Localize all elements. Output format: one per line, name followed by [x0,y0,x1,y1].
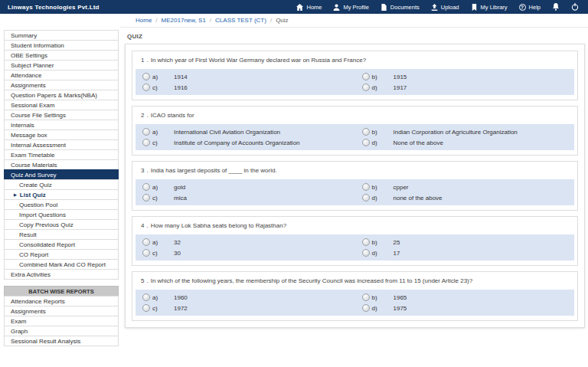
option-radio[interactable] [362,194,370,202]
option-radio[interactable] [362,249,370,257]
option-letter: b) [372,239,383,246]
option-radio[interactable] [362,183,370,191]
breadcrumb-class-test[interactable]: CLASS TEST (CT) [215,17,266,24]
sidebar-item-student-information[interactable]: Student Information [4,40,119,51]
answer-option[interactable]: d) None of the above [355,137,575,148]
answer-option[interactable]: d) 17 [355,247,575,258]
option-radio[interactable] [142,304,150,312]
sidebar-item-obe-settings[interactable]: OBE Settings [4,50,119,61]
sidebar-item-internals[interactable]: Internals [4,120,119,130]
sidebar-item-exam[interactable]: Exam [4,316,119,326]
sidebar-item-assignments[interactable]: Assignments [4,80,119,90]
sidebar-item-result[interactable]: Result [4,229,119,240]
answer-option[interactable]: b) 25 [355,237,575,247]
question-number-separator: . [146,167,148,174]
sidebar-item-label: BATCH WISE REPORTS [28,288,93,295]
sidebar-item-quiz-and-survey[interactable]: Quiz And Survey [4,169,119,180]
answer-option[interactable]: b) 1915 [355,71,575,82]
option-radio[interactable] [362,84,370,91]
option-letter: c) [152,139,163,146]
sidebar-item-label: Internal Assessment [11,142,66,149]
answer-option[interactable]: a) 1914 [136,71,355,82]
option-radio[interactable] [362,304,370,312]
option-text: 25 [394,239,400,246]
sidebar-item-course-file-settings[interactable]: Course File Settings [4,110,119,120]
option-text: International Civil Aviation Organizatio… [174,129,280,136]
sidebar-item-question-papers-marks-nba[interactable]: Question Papers & Marks(NBA) [4,90,119,100]
sidebar-item-graph[interactable]: Graph [4,326,119,336]
option-text: gold [174,184,185,191]
sidebar-item-combined-mark-and-co-report[interactable]: Combined Mark And CO Report [4,259,119,270]
option-radio[interactable] [362,238,370,246]
answer-option[interactable]: a) 32 [136,237,355,247]
option-radio[interactable] [142,194,150,202]
answer-option[interactable]: b) cpper [355,182,575,192]
answer-option[interactable]: a) 1960 [136,292,355,303]
sidebar-item-copy-previous-quiz[interactable]: Copy Previous Quiz [4,219,119,230]
breadcrumb-course[interactable]: ME2017new, S1 [162,17,206,24]
profile-icon [333,4,340,11]
nav-upload[interactable]: Upload [431,4,459,11]
sidebar-item-list-quiz[interactable]: ▶List Quiz [4,189,119,200]
sidebar-item-question-pool[interactable]: Question Pool [4,199,119,210]
option-text: mica [174,195,187,202]
logout-button[interactable] [571,3,579,11]
option-radio[interactable] [362,128,370,136]
sidebar-item-label: Course Materials [11,162,57,169]
option-radio[interactable] [142,238,150,246]
answer-option[interactable]: d) 1917 [355,82,575,93]
sidebar-item-internal-assessment[interactable]: Internal Assessment [4,139,119,150]
option-letter: b) [372,184,383,191]
nav-home[interactable]: Home [296,4,322,11]
sidebar-item-assignments[interactable]: Assignments [4,306,119,316]
notifications-button[interactable] [552,3,560,11]
option-radio[interactable] [142,128,150,136]
option-radio[interactable] [142,293,150,301]
sidebar-item-message-box[interactable]: Message box [4,129,119,140]
answer-option[interactable]: c) Institute of Company of Accounts Orga… [136,137,355,148]
sidebar-item-co-report[interactable]: CO Report [4,249,119,260]
sidebar-item-course-materials[interactable]: Course Materials [4,159,119,170]
nav-my-library[interactable]: My Library [471,4,508,11]
answer-option[interactable]: d) none of the above [355,192,575,203]
option-text: 1960 [174,294,188,301]
sidebar-item-subject-planner[interactable]: Subject Planner [4,60,119,70]
sidebar-item-create-quiz[interactable]: Create Quiz [4,179,119,190]
sidebar-item-exam-timetable[interactable]: Exam Timetable [4,149,119,160]
sidebar-item-sessional-exam[interactable]: Sessional Exam [4,100,119,110]
option-radio[interactable] [142,73,150,80]
option-text: none of the above [394,195,443,202]
question-line: 2.ICAO stands for [141,112,574,119]
sidebar-item-consolidated-report[interactable]: Consolidated Report [4,239,119,250]
option-radio[interactable] [142,183,150,191]
option-text: None of the above [394,139,443,146]
sidebar-item-attendance[interactable]: Attendance [4,70,119,80]
sidebar-item-import-questions[interactable]: Import Questions [4,209,119,220]
answer-option[interactable]: c) 1972 [136,303,355,313]
option-radio[interactable] [362,293,370,301]
option-radio[interactable] [362,139,370,146]
question-number: 2 [141,112,144,119]
answer-option[interactable]: a) gold [136,182,355,192]
answer-option[interactable]: c) 1916 [136,82,355,93]
sidebar-item-attendance-reports[interactable]: Attendance Reports [4,296,119,306]
nav-help[interactable]: ? Help [519,4,541,11]
nav-my-profile[interactable]: My Profile [333,4,368,11]
sidebar-item-sessional-result-analysis[interactable]: Sessional Result Analysis [4,336,119,346]
option-text: 1917 [394,84,407,91]
option-radio[interactable] [142,139,150,146]
answer-option[interactable]: c) 30 [136,247,355,258]
answer-option[interactable]: a) International Civil Aviation Organiza… [136,126,355,137]
answer-option[interactable]: b) Indian Corporation of Agriculture Org… [355,126,575,137]
answer-option[interactable]: d) 1975 [355,303,575,313]
breadcrumb-home[interactable]: Home [136,17,152,24]
sidebar-item-summary[interactable]: Summary [4,30,119,41]
answer-option[interactable]: c) mica [136,192,355,203]
question-card: 3.India has largest deposits of ____ in … [132,161,578,211]
option-radio[interactable] [142,249,150,257]
option-radio[interactable] [362,73,370,80]
answer-option[interactable]: b) 1965 [355,292,575,303]
sidebar-item-extra-activities[interactable]: Extra Activities [4,269,119,280]
nav-documents[interactable]: Documents [381,4,420,11]
option-radio[interactable] [142,84,150,91]
